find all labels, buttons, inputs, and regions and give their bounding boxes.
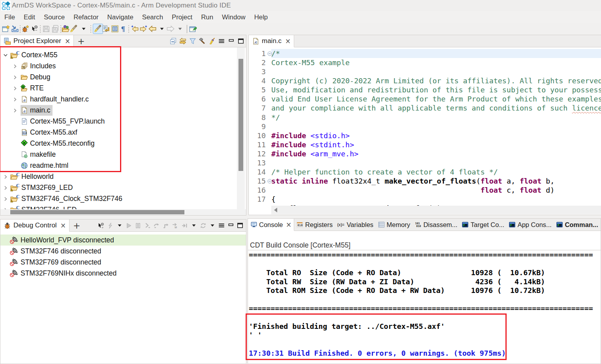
explorer-vscroll-thumb[interactable] (239, 59, 243, 171)
suspend-icon[interactable] (135, 222, 142, 229)
save-button[interactable] (42, 24, 51, 33)
dropdown-gray-button[interactable] (176, 24, 184, 33)
tab-debug-control[interactable]: Debug Control × (0, 220, 69, 232)
menu-window[interactable]: Window (222, 13, 246, 21)
editor-hscroll-track[interactable] (271, 206, 601, 214)
tree-item-stm32f69-led[interactable]: CSTM32F69_LED (0, 182, 236, 193)
debug-target-stm32f769nihx-disconnected[interactable]: STM32F769NIHx disconnected (0, 268, 246, 279)
link-with-editor-page-button[interactable] (101, 24, 110, 33)
step-return-icon[interactable] (162, 222, 169, 229)
debug-target-stm32f746-disconnected[interactable]: STM32F746 disconnected (0, 246, 246, 257)
open-element-button[interactable] (61, 24, 70, 33)
pin-editor-button[interactable] (189, 24, 197, 33)
dropdown-button[interactable] (158, 24, 166, 33)
link-editor-icon[interactable] (179, 38, 186, 45)
tree-item-cortex-m55-axf[interactable]: 010Cortex-M55.axf (0, 127, 236, 138)
view-menu-icon[interactable] (218, 222, 225, 229)
tab-appcons[interactable]: App Cons... (507, 219, 554, 231)
menu-navigate[interactable]: Navigate (107, 13, 133, 21)
step-into-icon[interactable] (144, 222, 151, 229)
dropdown-button[interactable] (79, 24, 88, 33)
step-over-icon[interactable] (153, 222, 160, 229)
back-button[interactable] (148, 24, 157, 33)
tab-targetco[interactable]: Target Co... (460, 219, 507, 231)
tab-console[interactable]: Console× (248, 219, 294, 231)
tab-project-explorer[interactable]: Project Explorer × (0, 35, 74, 47)
editor-hscroll[interactable] (249, 206, 601, 214)
new-debug-connection-button[interactable] (21, 24, 30, 33)
skip-breakpoints-button[interactable] (30, 24, 39, 33)
tab-registers[interactable]: 010Registers (294, 219, 335, 231)
tab-memory[interactable]: Memory (376, 219, 412, 231)
import-button[interactable] (11, 24, 19, 33)
tree-item-stm32f746-led[interactable]: CSTM32F746_LED (0, 205, 236, 209)
menu-file[interactable]: File (4, 13, 15, 21)
tree-item-helloworld[interactable]: CHelloworld (0, 171, 236, 182)
new-view-button[interactable]: + (74, 35, 88, 47)
menu-search[interactable]: Search (142, 13, 163, 21)
tree-item-cortex-m55-fvp-launch[interactable]: Cortex-M55_FVP.launch (0, 116, 236, 127)
save-all-button[interactable] (51, 24, 60, 33)
menu-help[interactable]: Help (254, 13, 268, 21)
maximize-icon[interactable] (237, 38, 244, 45)
menu-source[interactable]: Source (44, 13, 65, 21)
connect-target-icon[interactable] (98, 222, 105, 229)
forward-disabled-button[interactable] (166, 24, 175, 33)
tree-item-includes[interactable]: hIncludes (0, 61, 236, 72)
highlighter-button[interactable] (69, 24, 78, 33)
new-wizard-button[interactable] (2, 24, 10, 33)
build-icon[interactable] (199, 38, 206, 45)
tree-item-hardfault-handler-c[interactable]: .chardfault_handler.c (0, 94, 236, 105)
console-output[interactable]: ========================================… (249, 250, 601, 364)
tab-disassem[interactable]: 101010Disassem... (412, 219, 460, 231)
tree-item-stm32f746-clock-stm32f746[interactable]: CSTM32F746_Clock_STM32F746 (0, 193, 236, 205)
chevron-right-icon[interactable] (3, 196, 8, 202)
new-view-button[interactable]: + (69, 220, 84, 231)
dropdown-icon[interactable] (209, 222, 216, 229)
scroll-left-arrow-icon[interactable] (274, 208, 277, 212)
chevron-right-icon[interactable] (12, 64, 18, 69)
minimize-icon[interactable] (228, 38, 235, 45)
collapse-all-icon[interactable] (170, 38, 177, 45)
chevron-right-icon[interactable] (3, 185, 8, 191)
show-whitespace-button[interactable]: ¶ (119, 24, 128, 33)
chevron-right-icon[interactable] (12, 75, 18, 80)
step-source-icon[interactable]: si (172, 222, 179, 229)
previous-edit-button[interactable] (130, 24, 139, 33)
tab-variables[interactable]: (x)=Variables (335, 219, 376, 231)
chevron-right-icon[interactable] (12, 108, 18, 113)
clean-icon[interactable] (208, 38, 216, 45)
tree-item-makefile[interactable]: makefile (0, 149, 236, 160)
tree-item-main-c[interactable]: .cmain.c (0, 105, 236, 116)
chevron-right-icon[interactable] (12, 86, 18, 91)
next-edit-button[interactable] (139, 24, 148, 33)
run-to-line-icon[interactable] (181, 222, 188, 229)
explorer-hscroll-track[interactable] (0, 209, 246, 215)
tab-comman[interactable]: Comman... (554, 219, 600, 231)
menu-refactor[interactable]: Refactor (73, 13, 98, 21)
explorer-hscroll-thumb[interactable] (10, 210, 184, 214)
view-menu-icon[interactable] (218, 38, 225, 45)
tree-item-cortex-m55[interactable]: CCortex-M55 (0, 50, 236, 61)
chevron-right-icon[interactable] (3, 174, 8, 180)
show-selected-element-button[interactable] (111, 24, 119, 33)
resume-icon[interactable] (125, 222, 132, 229)
minimize-icon[interactable] (227, 222, 235, 229)
menu-project[interactable]: Project (172, 13, 192, 21)
tab-main-c[interactable]: .c main.c × (249, 35, 294, 47)
close-icon[interactable]: × (285, 37, 291, 45)
filter-icon[interactable] (189, 38, 196, 45)
chevron-down-icon[interactable] (3, 53, 8, 58)
maximize-icon[interactable] (237, 222, 244, 229)
tree-item-debug[interactable]: Debug (0, 72, 236, 83)
dropdown-icon[interactable] (190, 222, 197, 229)
chevron-right-icon[interactable] (12, 97, 18, 102)
menu-edit[interactable]: Edit (24, 13, 35, 21)
close-icon[interactable]: × (65, 37, 70, 45)
reset-icon[interactable] (199, 222, 207, 229)
tree-item-rte[interactable]: RTE (0, 83, 236, 94)
close-icon[interactable]: × (286, 221, 291, 229)
close-icon[interactable]: × (60, 221, 66, 229)
tree-item-readme-html[interactable]: readme.html (0, 160, 236, 171)
code-editor[interactable]: 1/*2Cortex-M55 example34Copyright (c) 20… (249, 48, 601, 206)
